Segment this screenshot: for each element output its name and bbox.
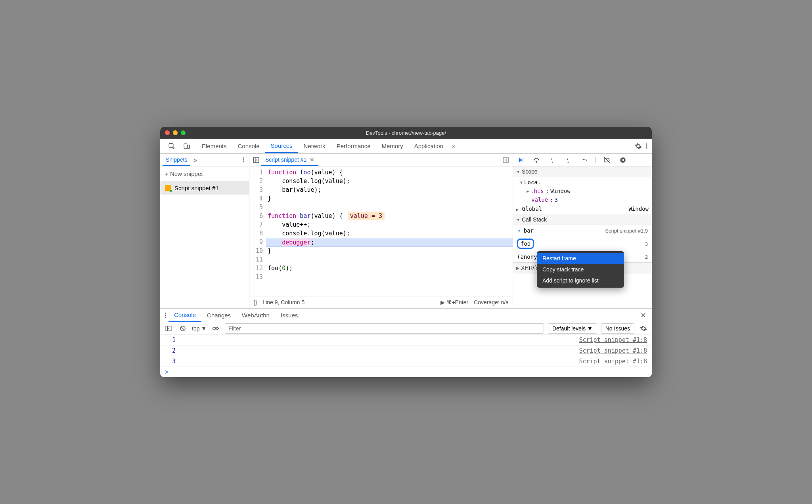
snippet-item-label: Script snippet #1 [174, 185, 219, 191]
drawer-tab-strip: ConsoleChangesWebAuthnIssues ✕ [160, 309, 652, 322]
titlebar: DevTools - chrome://new-tab-page/ [160, 127, 652, 139]
toggle-navigator-icon[interactable] [251, 155, 261, 165]
cursor-position: Line 9, Column 5 [262, 299, 304, 305]
svg-point-15 [215, 327, 217, 329]
main-tab-strip: ElementsConsoleSourcesNetworkPerformance… [160, 139, 652, 154]
context-selector[interactable]: top ▼ [192, 325, 207, 332]
svg-rect-3 [253, 158, 259, 162]
context-menu-item[interactable]: Add script to ignore list [537, 275, 624, 286]
code-line[interactable]: } [266, 246, 513, 255]
snippet-file-icon [165, 185, 171, 191]
console-settings-icon[interactable] [638, 323, 649, 334]
more-menu-icon[interactable] [643, 143, 649, 149]
file-tab[interactable]: Script snippet #1 ✕ [261, 154, 318, 166]
filter-input[interactable] [225, 323, 544, 334]
snippet-item[interactable]: Script snippet #1 [160, 181, 249, 195]
callstack-section-header[interactable]: ▼ Call Stack [513, 214, 652, 225]
pause-exceptions-icon[interactable] [618, 155, 628, 165]
context-menu-item[interactable]: Copy stack trace [537, 264, 624, 275]
code-editor[interactable]: 12345678910111213 function foo(value) { … [249, 166, 513, 296]
tab-network[interactable]: Network [298, 139, 331, 153]
context-menu: Restart frameCopy stack traceAdd script … [537, 251, 624, 288]
settings-icon[interactable] [633, 141, 643, 151]
scope-local[interactable]: ▼Local [513, 178, 652, 187]
code-line[interactable]: console.log(value); [266, 177, 513, 185]
drawer-tab-console[interactable]: Console [169, 309, 201, 322]
drawer-tab-issues[interactable]: Issues [275, 309, 303, 322]
device-toolbar-icon[interactable] [182, 141, 192, 151]
svg-rect-4 [503, 158, 509, 162]
code-line[interactable] [266, 273, 513, 281]
tab-console[interactable]: Console [232, 139, 265, 153]
drawer-more-icon[interactable] [163, 312, 169, 319]
code-line[interactable]: foo(0); [266, 264, 513, 273]
svg-rect-13 [166, 326, 171, 331]
navigator-tab-snippets[interactable]: Snippets [163, 154, 190, 166]
console-body: 1Script snippet #1:82Script snippet #1:8… [160, 335, 652, 377]
deactivate-breakpoints-icon[interactable] [602, 155, 612, 165]
toggle-debugger-icon[interactable] [501, 155, 511, 165]
debug-toolbar: | [513, 154, 652, 166]
scope-global[interactable]: ▶ GlobalWindow [513, 204, 652, 214]
issues-button[interactable]: No Issues [601, 323, 634, 334]
console-sidebar-icon[interactable] [163, 323, 174, 334]
drawer: ConsoleChangesWebAuthnIssues ✕ top ▼ Def… [160, 308, 652, 377]
svg-point-9 [586, 159, 587, 160]
clear-console-icon[interactable] [178, 323, 188, 334]
close-tab-icon[interactable]: ✕ [310, 157, 314, 163]
code-line[interactable]: function foo(value) { [266, 168, 513, 177]
tab-performance[interactable]: Performance [331, 139, 376, 153]
tab-sources[interactable]: Sources [265, 139, 298, 153]
editor-pane: Script snippet #1 ✕ 12345678910111213 fu… [249, 154, 513, 308]
svg-point-7 [552, 161, 553, 162]
scope-this[interactable]: ▶this: Window [513, 187, 652, 195]
callstack-frame[interactable]: ➔ barScript snippet #1:9 [513, 225, 652, 236]
svg-rect-5 [523, 158, 523, 162]
scope-value[interactable]: value: 3 [513, 195, 652, 204]
resume-icon[interactable] [515, 155, 526, 165]
new-snippet-button[interactable]: + New snippet [160, 166, 249, 181]
code-line[interactable] [266, 255, 513, 264]
svg-point-8 [568, 161, 569, 162]
code-line[interactable]: } [266, 194, 513, 203]
tab-application[interactable]: Application [409, 139, 449, 153]
code-line[interactable]: bar(value); [266, 185, 513, 194]
window-title: DevTools - chrome://new-tab-page/ [160, 130, 652, 136]
navigator-overflow-icon[interactable]: » [190, 157, 200, 164]
coverage-status: Coverage: n/a [474, 299, 509, 305]
console-row[interactable]: 2Script snippet #1:8 [160, 346, 652, 356]
inspect-element-icon[interactable] [167, 141, 177, 151]
debugger-pane: | ▼ Scope ▼Local ▶this: Window value: 3 … [513, 154, 652, 308]
console-prompt[interactable]: > [160, 367, 652, 377]
code-line[interactable]: debugger; [266, 238, 513, 246]
tab-memory[interactable]: Memory [376, 139, 409, 153]
drawer-tab-changes[interactable]: Changes [201, 309, 236, 322]
file-tab-label: Script snippet #1 [265, 157, 306, 163]
devtools-window: DevTools - chrome://new-tab-page/ Elemen… [160, 127, 652, 377]
drawer-tab-webauthn[interactable]: WebAuthn [236, 309, 275, 322]
code-line[interactable]: value++; [266, 220, 513, 229]
console-row[interactable]: 1Script snippet #1:8 [160, 335, 652, 346]
navigator-more-icon[interactable] [241, 157, 247, 163]
step-over-icon[interactable] [531, 155, 542, 165]
tabs-overflow-icon[interactable]: » [449, 143, 459, 150]
console-toolbar: top ▼ Default levels ▼ No Issues [160, 322, 652, 335]
live-expression-icon[interactable] [211, 323, 221, 334]
step-icon[interactable] [579, 155, 589, 165]
code-line[interactable]: function bar(value) {value = 3 [266, 212, 513, 220]
pretty-print-icon[interactable]: {} [253, 299, 257, 305]
step-into-icon[interactable] [547, 155, 557, 165]
callstack-frame[interactable]: foo3 [513, 236, 652, 251]
tab-elements[interactable]: Elements [196, 139, 232, 153]
code-line[interactable]: console.log(value); [266, 229, 513, 238]
svg-point-6 [536, 161, 537, 162]
step-out-icon[interactable] [563, 155, 573, 165]
context-menu-item[interactable]: Restart frame [537, 253, 624, 264]
drawer-close-icon[interactable]: ✕ [637, 311, 649, 320]
scope-section-header[interactable]: ▼ Scope [513, 166, 652, 177]
log-level-select[interactable]: Default levels ▼ [548, 323, 597, 334]
svg-rect-12 [623, 159, 624, 161]
code-line[interactable] [266, 203, 513, 212]
console-row[interactable]: 3Script snippet #1:8 [160, 356, 652, 367]
run-snippet-button[interactable]: ▶ ⌘+Enter [440, 299, 469, 305]
